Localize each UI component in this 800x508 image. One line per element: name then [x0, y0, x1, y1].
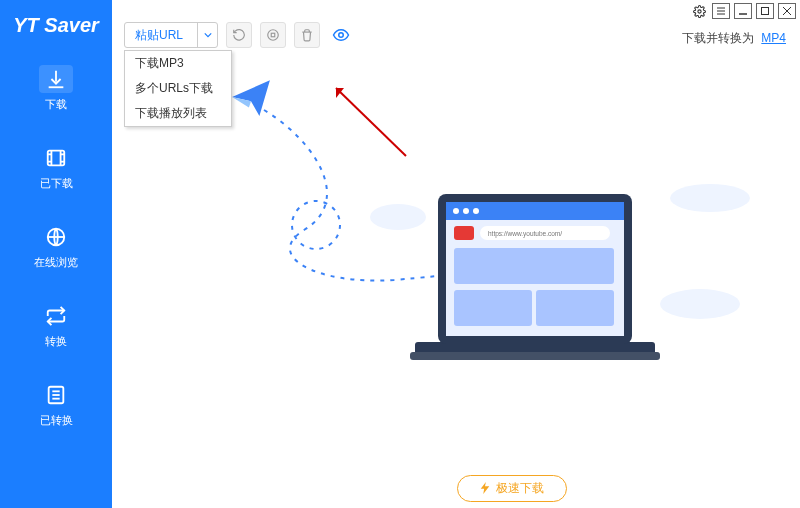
bottom-bar: 极速下载: [224, 468, 800, 508]
stop-icon: [266, 28, 280, 42]
stop-button[interactable]: [260, 22, 286, 48]
svg-rect-8: [48, 151, 65, 166]
sidebar-item-downloaded[interactable]: 已下载: [0, 134, 112, 201]
sidebar: YT Saver 下载 已下载 在线浏览 转换 已转换: [0, 0, 112, 508]
illustration: https://www.youtube.com/: [230, 54, 770, 384]
download-icon: [45, 68, 67, 90]
window-controls: [690, 0, 800, 22]
close-button[interactable]: [778, 3, 796, 19]
sidebar-item-label: 下载: [45, 97, 67, 112]
gear-icon: [693, 5, 706, 18]
dropdown-item-multi-urls[interactable]: 多个URLs下载: [125, 76, 231, 101]
paste-url-label: 粘贴URL: [125, 27, 197, 44]
svg-point-20: [268, 30, 279, 41]
svg-rect-39: [454, 290, 532, 326]
dropdown-item-playlist[interactable]: 下载播放列表: [125, 101, 231, 126]
minimize-icon: [738, 6, 748, 16]
chevron-down-icon: [204, 31, 212, 39]
eye-icon: [332, 26, 350, 44]
svg-rect-32: [446, 202, 624, 220]
svg-rect-38: [454, 248, 614, 284]
svg-point-35: [473, 208, 479, 214]
globe-icon: [45, 226, 67, 248]
settings-button[interactable]: [690, 3, 708, 19]
menu-icon: [716, 6, 726, 16]
menu-button[interactable]: [712, 3, 730, 19]
laptop-illustration: https://www.youtube.com/: [410, 194, 660, 374]
svg-point-0: [697, 9, 700, 12]
paste-url-dropdown: 下载MP3 多个URLs下载 下载播放列表: [124, 50, 232, 127]
convert-icon: [45, 305, 67, 327]
trash-icon: [300, 28, 314, 42]
undo-button[interactable]: [226, 22, 252, 48]
maximize-button[interactable]: [756, 3, 774, 19]
sidebar-item-convert[interactable]: 转换: [0, 292, 112, 359]
sidebar-item-browse[interactable]: 在线浏览: [0, 213, 112, 280]
dropdown-item-mp3[interactable]: 下载MP3: [125, 51, 231, 76]
delete-button[interactable]: [294, 22, 320, 48]
svg-rect-36: [454, 226, 474, 240]
convert-format-info: 下载并转换为 MP4: [682, 30, 786, 47]
toolbar: 粘贴URL: [124, 22, 354, 48]
undo-icon: [232, 28, 246, 42]
svg-rect-21: [271, 33, 275, 37]
close-icon: [782, 6, 792, 16]
fast-download-button[interactable]: 极速下载: [457, 475, 567, 502]
sidebar-item-download[interactable]: 下载: [0, 55, 112, 122]
sidebar-item-label: 转换: [45, 334, 67, 349]
app-logo: YT Saver: [13, 0, 99, 55]
cloud-shape: [670, 184, 750, 212]
paste-url-button[interactable]: 粘贴URL: [124, 22, 218, 48]
sidebar-item-label: 已下载: [40, 176, 73, 191]
svg-point-33: [453, 208, 459, 214]
sidebar-item-label: 已转换: [40, 413, 73, 428]
paste-url-caret[interactable]: [197, 22, 217, 48]
svg-rect-5: [762, 8, 769, 15]
svg-rect-40: [536, 290, 614, 326]
convert-format-text: 下载并转换为: [682, 31, 754, 45]
fast-download-label: 极速下载: [496, 480, 544, 497]
convert-format-link[interactable]: MP4: [761, 31, 786, 45]
film-icon: [45, 147, 67, 169]
minimize-button[interactable]: [734, 3, 752, 19]
bolt-icon: [480, 482, 490, 494]
svg-rect-29: [410, 352, 660, 360]
sidebar-item-converted[interactable]: 已转换: [0, 371, 112, 438]
list-icon: [45, 384, 67, 406]
svg-point-27: [292, 201, 340, 249]
maximize-icon: [760, 6, 770, 16]
svg-point-34: [463, 208, 469, 214]
main-area: 粘贴URL 下载MP3 多个URLs下载 下载播放列表: [112, 0, 800, 508]
svg-point-22: [339, 33, 344, 38]
preview-button[interactable]: [328, 22, 354, 48]
cloud-shape: [660, 289, 740, 319]
sidebar-item-label: 在线浏览: [34, 255, 78, 270]
browser-url-text: https://www.youtube.com/: [488, 230, 562, 238]
